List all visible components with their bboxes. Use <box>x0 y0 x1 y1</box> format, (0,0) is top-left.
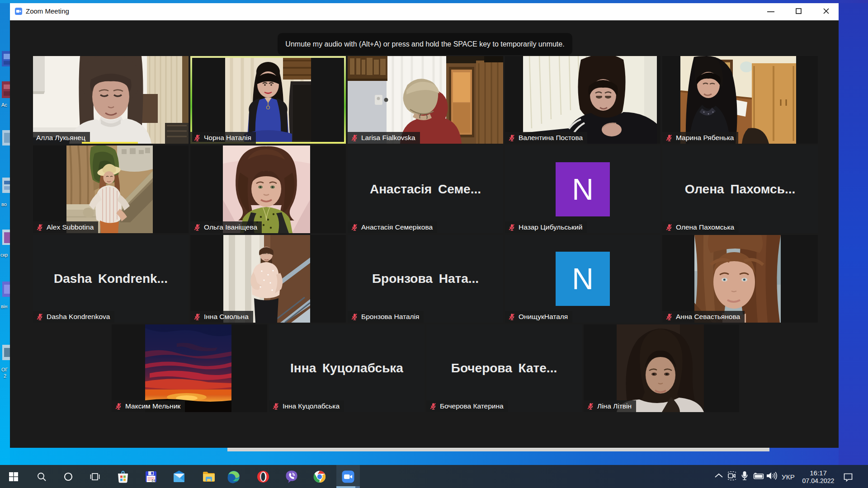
svg-text:64: 64 <box>151 479 156 483</box>
